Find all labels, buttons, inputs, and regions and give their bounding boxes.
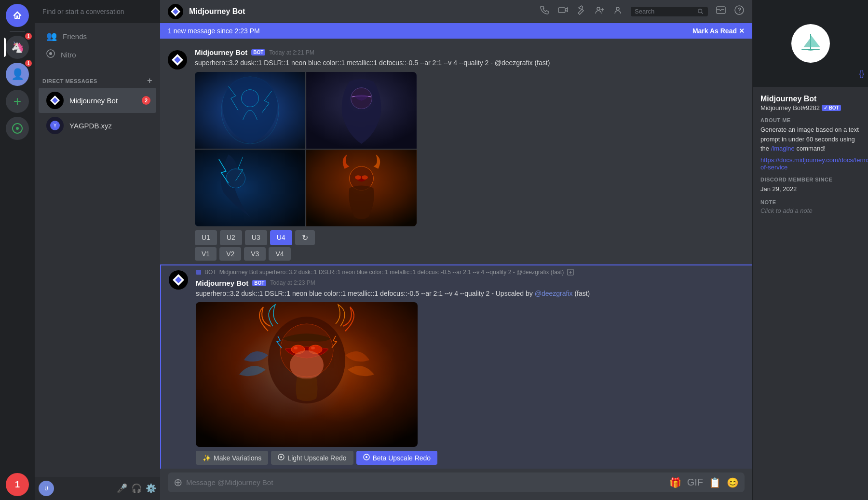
server-icon-num[interactable]: 1 xyxy=(6,473,29,496)
help-icon[interactable] xyxy=(734,5,745,18)
dm-midjourney-bot[interactable]: Midjourney Bot 2 xyxy=(39,88,156,113)
search-placeholder-text: Find or start a conversation xyxy=(42,8,124,15)
gift-icon[interactable]: 🎁 xyxy=(669,477,681,488)
chat-header-name: Midjourney Bot xyxy=(189,7,245,16)
upscale-buttons-row: U1 U2 U3 U4 ↻ xyxy=(195,230,745,245)
friends-label: Friends xyxy=(63,32,87,41)
dm-search-bar[interactable]: Find or start a conversation xyxy=(35,0,160,23)
bot-badge-2: BOT xyxy=(252,280,266,286)
grid-image-4[interactable] xyxy=(306,150,417,226)
svg-point-15 xyxy=(739,12,740,13)
member-since-date: Jan 29, 2022 xyxy=(760,184,860,194)
bot-tag-text: Midjourney Bot#9282 xyxy=(760,104,820,111)
member-since-title: DISCORD MEMBER SINCE xyxy=(760,177,860,182)
pin-icon[interactable] xyxy=(576,5,586,18)
home-button[interactable] xyxy=(6,4,29,27)
terms-link[interactable]: https://docs.midjourney.com/docs/terms-o… xyxy=(760,156,860,171)
message-header-2: Midjourney Bot BOT Today at 2:23 PM xyxy=(196,279,745,287)
u3-button[interactable]: U3 xyxy=(245,230,267,245)
sticker-icon[interactable]: 📋 xyxy=(709,477,721,488)
midjourney-unread-badge: 2 xyxy=(142,96,150,105)
svg-point-11 xyxy=(616,7,619,10)
v1-button[interactable]: V1 xyxy=(195,247,217,261)
chat-input-area: ⊕ 🎁 GIF 📋 😊 xyxy=(160,469,752,500)
refresh-button[interactable]: ↻ xyxy=(295,230,315,245)
inbox-icon[interactable] xyxy=(716,5,726,18)
search-input[interactable] xyxy=(635,8,695,15)
v3-button[interactable]: V3 xyxy=(244,247,266,261)
u2-button[interactable]: U2 xyxy=(220,230,242,245)
message-group-1: Midjourney Bot BOT Today at 2:21 PM supe… xyxy=(160,46,752,263)
right-panel-content: Midjourney Bot Midjourney Bot#9282 ✓ BOT… xyxy=(753,87,868,222)
mark-as-read-label: Mark As Read xyxy=(692,27,737,35)
grid-image-3[interactable] xyxy=(195,150,305,226)
dev-mode-icon[interactable]: {} xyxy=(859,69,864,78)
friends-nav-item[interactable]: 👥 Friends xyxy=(39,27,156,45)
message-author-1: Midjourney Bot xyxy=(195,48,247,56)
right-panel: {} Midjourney Bot Midjourney Bot#9282 ✓ … xyxy=(752,0,868,500)
gif-icon[interactable]: GIF xyxy=(687,477,703,488)
dm-nav: 👥 Friends Nitro xyxy=(35,23,160,68)
headset-icon[interactable]: 🎧 xyxy=(131,483,142,494)
make-variations-button[interactable]: ✨ Make Variations xyxy=(196,451,268,465)
add-attachment-button[interactable]: ⊕ xyxy=(174,476,182,489)
bot-avatar-2 xyxy=(169,270,188,290)
svg-rect-36 xyxy=(305,348,309,350)
bot-avatar-1 xyxy=(168,50,187,69)
own-avatar[interactable]: U xyxy=(39,481,54,496)
server-list: 🦄 1 👤 1 + 1 xyxy=(0,0,35,500)
microphone-icon[interactable]: 🎤 xyxy=(117,483,127,494)
server-icon-1[interactable]: 🦄 1 xyxy=(6,36,29,59)
v2-button[interactable]: V2 xyxy=(219,247,241,261)
add-member-icon[interactable] xyxy=(594,5,605,18)
message-input[interactable] xyxy=(186,472,665,492)
note-field[interactable]: Click to add a note xyxy=(760,207,860,214)
message-group-2: BOT Midjourney Bot superhero::3.2 dusk::… xyxy=(160,264,752,469)
svg-rect-21 xyxy=(195,150,305,226)
message-header-1: Midjourney Bot BOT Today at 2:21 PM xyxy=(195,48,745,56)
svg-point-38 xyxy=(311,347,315,349)
make-variations-label: Make Variations xyxy=(214,454,261,462)
add-dm-button[interactable]: + xyxy=(147,76,152,86)
imagine-command-link[interactable]: /imagine xyxy=(771,145,795,152)
mark-as-read-button[interactable]: Mark As Read ✕ xyxy=(692,27,745,35)
about-me-text: Generate an image based on a text prompt… xyxy=(760,125,860,153)
chat-area: Midjourney Bot xyxy=(160,0,752,500)
chat-input-icons: 🎁 GIF 📋 😊 xyxy=(669,477,739,488)
settings-icon[interactable]: ⚙️ xyxy=(146,483,156,494)
search-bar[interactable] xyxy=(631,7,708,16)
v4-button[interactable]: V4 xyxy=(269,247,290,261)
section-title: DIRECT MESSAGES xyxy=(42,78,97,84)
call-icon[interactable] xyxy=(539,5,550,18)
server-icon-2[interactable]: 👤 1 xyxy=(6,63,29,86)
midjourney-name: Midjourney Bot xyxy=(69,97,118,105)
image-grid-2x2[interactable] xyxy=(195,72,417,226)
light-upscale-redo-label: Light Upscale Redo xyxy=(287,454,346,462)
upscaled-image[interactable] xyxy=(196,302,418,447)
video-icon[interactable] xyxy=(557,5,568,18)
mark-as-read-icon: ✕ xyxy=(739,27,745,35)
message-content-1: Midjourney Bot BOT Today at 2:21 PM supe… xyxy=(195,48,745,261)
discover-button[interactable] xyxy=(6,117,29,140)
message-content-2: BOT Midjourney Bot superhero::3.2 dusk::… xyxy=(196,268,745,469)
svg-point-22 xyxy=(226,168,245,188)
single-image-action-buttons: ✨ Make Variations Light Upscale Redo B xyxy=(196,451,745,465)
svg-point-25 xyxy=(355,175,361,179)
svg-point-2 xyxy=(16,127,19,130)
dm-yagpdb[interactable]: Y YAGPDB.xyz xyxy=(39,113,156,138)
beta-upscale-redo-button[interactable]: Beta Upscale Redo xyxy=(356,451,438,465)
grid-image-2[interactable] xyxy=(306,72,417,149)
nitro-nav-item[interactable]: Nitro xyxy=(39,45,156,64)
add-server-button[interactable]: + xyxy=(6,90,29,113)
svg-point-41 xyxy=(280,456,282,458)
emoji-icon[interactable]: 😊 xyxy=(727,477,739,488)
u1-button[interactable]: U1 xyxy=(195,230,217,245)
right-panel-bot-avatar xyxy=(791,24,830,63)
server-separator xyxy=(10,31,25,32)
grid-image-1[interactable] xyxy=(195,72,305,149)
midjourney-avatar xyxy=(46,92,64,109)
profile-icon[interactable] xyxy=(612,5,623,18)
u4-button[interactable]: U4 xyxy=(270,230,292,245)
server-badge-1: 1 xyxy=(24,32,33,41)
light-upscale-redo-button[interactable]: Light Upscale Redo xyxy=(271,451,353,465)
